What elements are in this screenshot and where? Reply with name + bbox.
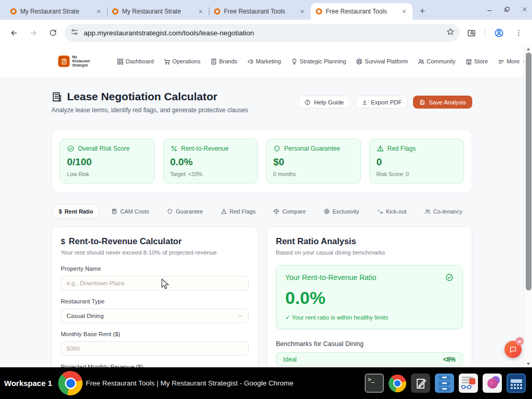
back-button[interactable]	[5, 24, 22, 41]
taskbar-tray: >_	[365, 374, 532, 393]
property-name-input[interactable]	[61, 276, 249, 290]
page-subtitle: Analyze lease terms, identify red flags,…	[51, 107, 248, 114]
browser-tab-1[interactable]: My Restaurant Strate	[5, 3, 107, 20]
tool-tabs: $Rent Ratio CAM Costs Guarantee Red Flag…	[51, 204, 472, 219]
users-icon	[424, 208, 431, 215]
window-minimize-button[interactable]	[486, 5, 493, 15]
tab-title: My Restaurant Strate	[122, 8, 193, 15]
nav-item-brands[interactable]: Brands	[210, 58, 237, 65]
stat-value: 0.0%	[170, 156, 251, 168]
site-favicon	[112, 8, 118, 15]
terminal-icon[interactable]: >_	[365, 374, 384, 393]
site-nav: My Restaurant Strategist Dashboard Opera…	[0, 46, 524, 77]
stat-card-rent-to-revenue: Rent-to-Revenue 0.0% Target: <10%	[163, 139, 258, 183]
tab-rent-ratio[interactable]: $Rent Ratio	[52, 204, 99, 219]
page-scrollbar[interactable]	[524, 46, 532, 367]
users-icon	[418, 58, 424, 65]
cart-icon	[164, 58, 170, 65]
scroll-down-arrow[interactable]	[524, 360, 532, 367]
window-close-button[interactable]	[522, 5, 528, 15]
scroll-up-arrow[interactable]	[524, 46, 532, 53]
tab-close-icon[interactable]	[196, 7, 205, 16]
window-restore-button[interactable]	[504, 5, 510, 15]
logo-clipboard-icon	[58, 56, 70, 67]
new-tab-button[interactable]	[416, 4, 429, 18]
analysis-subtitle: Based on your casual dining benchmarks	[276, 249, 463, 256]
export-pdf-button[interactable]: Export PDF	[355, 96, 408, 109]
building-icon	[210, 58, 217, 65]
browser-menu-icon[interactable]	[510, 24, 527, 41]
url-bar[interactable]: app.myrestaurantstrategist.com/tools/lea…	[64, 24, 460, 42]
ratio-value: 0.0%	[285, 288, 454, 308]
lifebuoy-icon	[356, 58, 363, 65]
restaurant-type-select[interactable]: Casual Dining	[61, 309, 249, 323]
chrome-launcher-icon[interactable]	[389, 375, 406, 392]
nav-item-dashboard[interactable]: Dashboard	[117, 58, 154, 65]
browser-tab-4-active[interactable]: Free Restaurant Tools	[311, 3, 413, 20]
tab-compare[interactable]: Compare	[268, 205, 311, 218]
chat-widget-button[interactable]: AI	[504, 341, 522, 358]
benchmark-row-ideal: Ideal <8%	[276, 352, 463, 366]
tab-exclusivity[interactable]: Exclusivity	[318, 205, 365, 218]
nav-item-strategic-planning[interactable]: Strategic Planning	[291, 58, 346, 65]
workspace-label[interactable]: Workspace 1	[0, 379, 58, 388]
chevron-down-icon	[237, 313, 243, 319]
stats-panel: Overall Risk Score 0/100 Low Risk Rent-t…	[51, 129, 472, 193]
site-info-icon[interactable]	[71, 28, 78, 38]
tab-cam-costs[interactable]: CAM Costs	[105, 205, 155, 218]
text-editor-icon[interactable]	[411, 374, 430, 393]
browser-tab-2[interactable]: My Restaurant Strate	[107, 3, 209, 20]
file-manager-icon[interactable]	[435, 374, 454, 393]
reload-button[interactable]	[45, 24, 61, 41]
tab-guarantee[interactable]: Guarantee	[161, 205, 208, 218]
nav-item-operations[interactable]: Operations	[164, 58, 201, 65]
tab-close-icon[interactable]	[298, 7, 307, 16]
page-viewport: My Restaurant Strategist Dashboard Opera…	[0, 46, 532, 367]
bookmark-star-icon[interactable]	[446, 28, 455, 38]
taskbar-window-entry[interactable]: Free Restaurant Tools | My Restaurant St…	[58, 371, 365, 395]
tab-close-icon[interactable]	[400, 7, 408, 16]
stat-sub: Risk Score: 0	[377, 171, 457, 177]
target-icon	[324, 208, 330, 215]
nav-item-more[interactable]: More	[498, 58, 520, 65]
calculator-app-icon[interactable]	[507, 374, 526, 393]
search-sidebar-icon[interactable]	[463, 24, 480, 41]
save-analysis-button[interactable]: Save Analysis	[413, 96, 472, 109]
nav-item-community[interactable]: Community	[418, 58, 456, 65]
monthly-rent-input[interactable]	[61, 341, 249, 356]
browser-tabstrip: My Restaurant Strate My Restaurant Strat…	[0, 0, 532, 20]
site-logo[interactable]: My Restaurant Strategist	[58, 55, 95, 68]
lightbulb-icon	[291, 58, 298, 65]
document-viewer-icon[interactable]	[459, 374, 478, 393]
download-icon	[362, 99, 368, 105]
stat-sub: Low Risk	[67, 171, 148, 177]
forward-button[interactable]	[25, 24, 42, 41]
tab-kick-out[interactable]: Kick-out	[371, 205, 413, 218]
help-guide-button[interactable]: Help Guide	[298, 96, 350, 109]
nav-item-store[interactable]: Store	[466, 58, 488, 65]
tab-red-flags[interactable]: Red Flags	[215, 205, 261, 218]
store-icon	[466, 58, 472, 65]
browser-tab-3[interactable]: Free Restaurant Tools	[209, 3, 311, 20]
analysis-title: Rent Ratio Analysis	[276, 236, 356, 246]
scrollbar-thumb[interactable]	[526, 52, 531, 290]
profile-avatar-icon[interactable]	[490, 24, 507, 41]
benchmarks-title: Benchmarks for Casual Dining	[276, 340, 463, 348]
stat-card-risk-score: Overall Risk Score 0/100 Low Risk	[60, 139, 155, 183]
tab-close-icon[interactable]	[95, 7, 103, 16]
percent-icon	[170, 145, 178, 152]
nav-item-marketing[interactable]: Marketing	[247, 58, 281, 65]
dollar-icon: $	[59, 208, 62, 215]
tab-co-tenancy[interactable]: Co-tenancy	[419, 205, 468, 218]
dollar-icon: $	[61, 237, 65, 246]
image-viewer-icon[interactable]	[483, 374, 502, 393]
calculator-subtitle: Your rent should never exceed 8-10% of p…	[61, 249, 249, 256]
url-text: app.myrestaurantstrategist.com/tools/lea…	[84, 29, 441, 37]
nav-menu: Dashboard Operations Brands Marketing St…	[117, 58, 520, 65]
scales-icon	[273, 208, 280, 215]
nav-item-survival-platform[interactable]: Survival Platform	[356, 58, 408, 65]
logo-text: My Restaurant Strategist	[72, 55, 95, 68]
rent-calculator-card: $ Rent-to-Revenue Calculator Your rent s…	[51, 227, 258, 367]
trend-arrow-icon	[377, 208, 383, 215]
grid-icon	[117, 58, 124, 65]
